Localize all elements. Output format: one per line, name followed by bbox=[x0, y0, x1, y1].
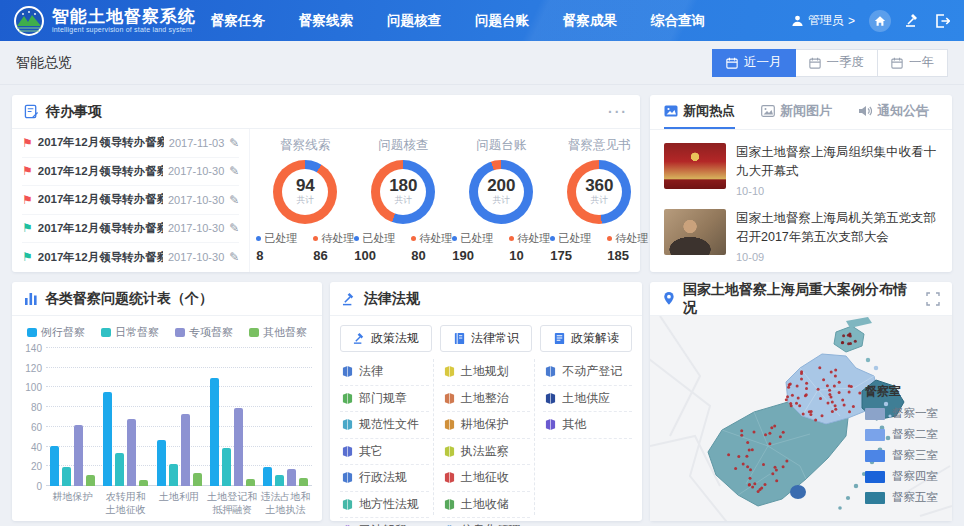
donut-pending-label: 待处理 bbox=[509, 231, 550, 246]
bar-group bbox=[152, 414, 205, 486]
edit-icon[interactable]: ✎ bbox=[229, 221, 239, 235]
edit-icon[interactable]: ✎ bbox=[229, 250, 239, 264]
donut-title: 督察意见书 bbox=[568, 137, 631, 154]
chart-x-labels: 耕地保护农转用和 土地征收土地利用土地登记和 抵押融资违法占地和 土地执法 bbox=[46, 490, 312, 516]
nav-item-2[interactable]: 问题核查 bbox=[387, 12, 441, 30]
law-link[interactable]: 法律 bbox=[340, 359, 429, 386]
map-legend-title: 督察室 bbox=[865, 383, 938, 400]
law-link[interactable]: 部门规章 bbox=[340, 386, 429, 413]
home-icon bbox=[874, 15, 886, 27]
law-link[interactable]: 土地收储 bbox=[442, 492, 531, 519]
case-distribution-map[interactable]: 督察室 督察一室督察二室督察三室督察四室督察五室 bbox=[650, 316, 952, 521]
nav-item-4[interactable]: 督察成果 bbox=[563, 12, 617, 30]
book-icon bbox=[444, 498, 455, 511]
nav-item-5[interactable]: 综合查询 bbox=[651, 12, 705, 30]
law-link-label: 行政法规 bbox=[359, 469, 407, 486]
chart-legend-label: 其他督察 bbox=[263, 325, 307, 340]
flag-icon: ⚑ bbox=[22, 251, 33, 263]
nav-item-1[interactable]: 督察线索 bbox=[299, 12, 353, 30]
news-item[interactable]: 国家土地督察上海局机关第五党支部召开2017年第五次支部大会10-09 bbox=[664, 204, 938, 270]
law-link[interactable]: 地方性法规 bbox=[340, 492, 429, 519]
card-menu-button[interactable]: ··· bbox=[608, 104, 628, 120]
law-link[interactable]: 耕地保护 bbox=[442, 412, 531, 439]
law-button-label: 政策解读 bbox=[571, 330, 619, 347]
law-button-2[interactable]: 政策解读 bbox=[540, 325, 632, 352]
bar-专项督察 bbox=[234, 408, 243, 486]
law-link[interactable]: 执法监察 bbox=[442, 439, 531, 466]
todo-item[interactable]: ⚑2017年12月领导转办督察线索2017-10-30✎ bbox=[22, 158, 239, 187]
chart-legend-item-0[interactable]: 例行督察 bbox=[27, 325, 85, 340]
range-button-label: 近一月 bbox=[744, 54, 782, 71]
news-tab-1[interactable]: 新闻图片 bbox=[761, 95, 832, 129]
todo-item-date: 2017-10-30 bbox=[168, 222, 224, 234]
todo-icon bbox=[24, 104, 39, 119]
range-button-label: 一年 bbox=[909, 54, 934, 71]
donut-processed-label: 已处理 bbox=[256, 231, 297, 246]
donut-pending-value: 185 bbox=[607, 248, 648, 263]
user-menu[interactable]: 管理员> bbox=[791, 12, 855, 29]
todo-item[interactable]: ⚑2017年12月领导转办督察线索2017-10-30✎ bbox=[22, 186, 239, 215]
law-link[interactable]: 土地规划 bbox=[442, 359, 531, 386]
edit-icon[interactable]: ✎ bbox=[229, 164, 239, 178]
bar-其他督察 bbox=[193, 473, 202, 486]
law-link-label: 规范性文件 bbox=[359, 416, 419, 433]
range-button-0[interactable]: 近一月 bbox=[712, 49, 796, 77]
user-arrow: > bbox=[848, 14, 855, 28]
news-tab-2[interactable]: 通知公告 bbox=[858, 95, 929, 129]
fullscreen-button[interactable] bbox=[926, 292, 940, 306]
todo-item[interactable]: ⚑2017年12月领导转办督察线索2017-11-03✎ bbox=[22, 129, 239, 158]
news-item[interactable]: 国家土地督察上海局组织集中收看十九大开幕式10-10 bbox=[664, 138, 938, 204]
law-column-0: 法律部门规章规范性文件其它行政法规地方性法规司法解释 bbox=[340, 359, 434, 515]
gavel-icon bbox=[905, 13, 921, 28]
donut-pending-label: 待处理 bbox=[607, 231, 648, 246]
donut-total-value: 200 bbox=[487, 177, 515, 194]
law-link[interactable]: 其它 bbox=[340, 439, 429, 466]
x-tick-label: 农转用和 土地征收 bbox=[99, 490, 152, 516]
flag-icon: ⚑ bbox=[22, 137, 33, 149]
book-icon bbox=[342, 392, 353, 405]
bar-例行督察 bbox=[157, 440, 166, 486]
law-link[interactable]: 信息化管理 bbox=[442, 518, 531, 526]
law-tools-button[interactable] bbox=[905, 13, 921, 28]
law-link[interactable]: 土地征收 bbox=[442, 465, 531, 492]
news-tab-label: 通知公告 bbox=[877, 102, 929, 120]
law-link[interactable]: 行政法规 bbox=[340, 465, 429, 492]
law-link-label: 其它 bbox=[359, 443, 383, 460]
book-icon bbox=[444, 445, 455, 458]
edit-icon[interactable]: ✎ bbox=[229, 193, 239, 207]
y-tick-label: 100 bbox=[20, 382, 42, 393]
law-link[interactable]: 其他 bbox=[543, 412, 632, 439]
donut-pending: 待处理10 bbox=[509, 231, 550, 263]
range-button-1[interactable]: 一季度 bbox=[796, 49, 879, 77]
range-button-2[interactable]: 一年 bbox=[878, 49, 948, 77]
law-link[interactable]: 司法解释 bbox=[340, 518, 429, 526]
book-icon bbox=[444, 392, 455, 405]
law-column-1: 土地规划土地整治耕地保护执法监察土地征收土地收储信息化管理 bbox=[442, 359, 536, 515]
law-link-label: 部门规章 bbox=[359, 390, 407, 407]
todo-item-date: 2017-10-30 bbox=[168, 194, 224, 206]
chart-legend-item-3[interactable]: 其他督察 bbox=[249, 325, 307, 340]
edit-icon[interactable]: ✎ bbox=[229, 136, 239, 150]
user-icon bbox=[791, 14, 804, 27]
logout-button[interactable] bbox=[935, 14, 950, 28]
x-tick-label: 违法占地和 土地执法 bbox=[259, 490, 312, 516]
news-tab-0[interactable]: 新闻热点 bbox=[664, 95, 735, 129]
todo-item[interactable]: ⚑2017年12月领导转办督察线索2017-10-30✎ bbox=[22, 243, 239, 272]
app-title: 智能土地督察系统 bbox=[52, 8, 196, 26]
law-button-1[interactable]: 法律常识 bbox=[440, 325, 532, 352]
law-button-label: 法律常识 bbox=[471, 330, 519, 347]
law-link[interactable]: 规范性文件 bbox=[340, 412, 429, 439]
nav-item-3[interactable]: 问题台账 bbox=[475, 12, 529, 30]
donut-pending-label: 待处理 bbox=[411, 231, 452, 246]
chart-legend-item-1[interactable]: 日常督察 bbox=[101, 325, 159, 340]
law-link[interactable]: 土地供应 bbox=[543, 386, 632, 413]
todo-item[interactable]: ⚑2017年12月领导转办督察线索2017-10-30✎ bbox=[22, 215, 239, 244]
law-link[interactable]: 不动产登记 bbox=[543, 359, 632, 386]
nav-item-0[interactable]: 督察任务 bbox=[211, 12, 265, 30]
law-button-0[interactable]: 政策法规 bbox=[340, 325, 432, 352]
y-tick-label: 140 bbox=[20, 343, 42, 354]
law-link[interactable]: 土地整治 bbox=[442, 386, 531, 413]
chart-legend-item-2[interactable]: 专项督察 bbox=[175, 325, 233, 340]
bar-日常督察 bbox=[275, 475, 284, 486]
home-button[interactable] bbox=[869, 10, 891, 32]
